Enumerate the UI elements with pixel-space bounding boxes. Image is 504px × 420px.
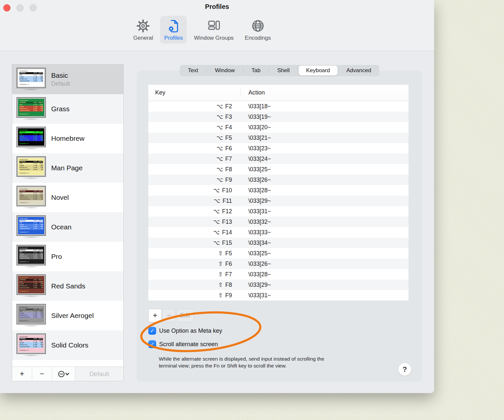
modifier-symbol: ⌥ [216,177,223,183]
row-option-f8[interactable]: ⌥F8 \033[25~ [148,164,409,175]
titlebar: Profiles General [0,0,434,51]
add-profile-button[interactable]: + [12,367,32,381]
tab-window[interactable]: Window [207,65,243,76]
profile-name: Ocean [51,223,72,231]
profile-item-basic[interactable]: Terminal#COMMAND%CPURPRVTtop4.1%231KXcod… [12,65,123,94]
set-default-button[interactable]: Default [75,367,123,381]
profiles-sidebar: Terminal#COMMAND%CPURPRVTtop4.1%231KXcod… [12,64,124,381]
profile-thumbnail: Terminal#COMMAND%CPURPRVTtop4.1%231KXcod… [16,274,46,295]
thumbnail-shadow [17,296,45,298]
row-option-f15[interactable]: ⌥F15 \033[34~ [148,238,409,248]
toolbar-item-window-groups[interactable]: Window Groups [190,16,238,44]
toolbar-item-general[interactable]: General [129,16,157,44]
profile-item-red-sands[interactable]: Terminal#COMMAND%CPURPRVTtop4.1%231KXcod… [12,271,123,301]
tab-tab[interactable]: Tab [243,65,269,76]
row-option-f11[interactable]: ⌥F11 \033[29~ [148,196,409,206]
row-option-f6[interactable]: ⌥F6 \033[23~ [148,143,409,154]
profile-thumbnail: Terminal#COMMAND%CPURPRVTtop4.1%231KXcod… [16,68,46,88]
row-option-f9[interactable]: ⌥F9 \033[26~ [148,175,409,185]
profile-item-silver-aerogel[interactable]: Terminal#COMMAND%CPURPRVTtop4.1%231KXcod… [12,301,123,330]
toolbar-label: Encodings [245,35,271,41]
scroll-alternate-screen-checkbox[interactable]: ✓ [148,340,156,348]
tab-keyboard[interactable]: Keyboard [299,66,338,75]
row-option-f7[interactable]: ⌥F7 \033[24~ [148,154,409,164]
row-option-f14[interactable]: ⌥F14 \033[33~ [148,227,409,238]
row-shift-f5[interactable]: ⇧F5 \033[25~ [148,248,409,259]
profile-name: Silver Aerogel [51,312,94,320]
action-value: \033[24~ [232,156,271,162]
modifier-symbol: ⇧ [218,261,223,267]
modifier-symbol: ⌥ [216,114,223,120]
key-name: F7 [225,156,232,162]
checkmark-icon: ✓ [150,328,154,334]
modifier-symbol: ⇧ [218,250,223,257]
tab-text[interactable]: Text [180,65,206,76]
thumbnail-shadow [17,355,45,357]
profile-name: Basic [51,72,70,79]
ellipsis-circle-chevron-icon [58,370,70,378]
modifier-symbol: ⌥ [213,219,220,225]
column-header-action: Action [248,89,265,96]
row-shift-f7[interactable]: ⇧F7 \033[28~ [148,269,409,280]
row-option-f13[interactable]: ⌥F13 \033[32~ [148,217,409,227]
profile-actions-menu-button[interactable] [52,367,75,381]
profile-item-novel[interactable]: Terminal#COMMAND%CPURPRVTtop4.1%231KXcod… [12,183,123,212]
row-option-f10[interactable]: ⌥F10 \033[28~ [148,185,409,196]
globe-icon [251,18,265,33]
profile-thumbnail: Terminal#COMMAND%CPURPRVTtop4.1%231KXcod… [16,304,46,325]
remove-profile-button[interactable]: − [32,367,52,381]
thumbnail-shadow [17,178,45,180]
row-option-f5[interactable]: ⌥F5 \033[21~ [148,133,409,143]
action-value: \033[21~ [232,135,271,141]
toolbar-label: General [133,35,153,41]
profile-name: Homebrew [51,135,85,142]
edit-mapping-button: Edit [177,309,194,322]
modifier-symbol: ⌥ [213,187,220,194]
modifier-symbol: ⌥ [216,166,223,173]
action-value: \033[28~ [232,187,271,194]
key-name: F8 [225,282,232,288]
remove-mapping-button: − [162,309,176,322]
toolbar-item-encodings[interactable]: Encodings [241,16,275,44]
profile-item-grass[interactable]: Terminal#COMMAND%CPURPRVTtop4.1%231KXcod… [12,94,123,124]
add-mapping-button[interactable]: + [148,309,162,322]
key-mappings-table: Key Action ⌥F2 \033[18~ ⌥F3 \033[19~ ⌥F4… [148,85,409,301]
modifier-symbol: ⇧ [218,271,223,278]
profile-thumbnail: Terminal#COMMAND%CPURPRVTtop4.1%231KXcod… [16,245,46,265]
profile-item-ocean[interactable]: Terminal#COMMAND%CPURPRVTtop4.1%231KXcod… [12,212,123,242]
action-value: \033[20~ [232,124,271,131]
profile-tabs: TextWindowTabShellKeyboardAdvanced [180,65,379,76]
action-value: \033[19~ [232,114,271,120]
key-name: F11 [222,198,232,204]
row-option-f3[interactable]: ⌥F3 \033[19~ [148,112,409,122]
row-shift-f9[interactable]: ⇧F9 \033[31~ [148,290,409,301]
toolbar-label: Profiles [164,35,183,41]
action-value: \033[26~ [232,177,271,183]
profile-item-solid-colors[interactable]: Terminal#COMMAND%CPURPRVTtop4.1%231KXcod… [12,330,123,360]
profile-item-man-page[interactable]: Terminal#COMMAND%CPURPRVTtop4.1%231KXcod… [12,153,123,183]
checkmark-icon: ✓ [150,341,154,347]
row-option-f2[interactable]: ⌥F2 \033[18~ [148,101,409,112]
row-option-f12[interactable]: ⌥F12 \033[31~ [148,206,409,217]
column-header-key: Key [148,89,165,96]
key-name: F8 [225,166,232,173]
toolbar-item-profiles[interactable]: Profiles [160,16,187,44]
use-option-as-meta-checkbox[interactable]: ✓ [148,327,156,335]
tab-shell[interactable]: Shell [269,65,298,76]
row-shift-f8[interactable]: ⇧F8 \033[29~ [148,280,409,290]
key-name: F4 [225,124,232,131]
tab-advanced[interactable]: Advanced [338,65,380,76]
row-option-f4[interactable]: ⌥F4 \033[20~ [148,122,409,133]
profile-item-pro[interactable]: Terminal#COMMAND%CPURPRVTtop4.1%231KXcod… [12,242,123,271]
row-shift-f6[interactable]: ⇧F6 \033[26~ [148,259,409,269]
profile-thumbnail: Terminal#COMMAND%CPURPRVTtop4.1%231KXcod… [16,97,46,118]
preferences-content: Terminal#COMMAND%CPURPRVTtop4.1%231KXcod… [0,51,434,393]
column-divider[interactable] [241,89,241,97]
help-button[interactable]: ? [398,363,411,376]
profile-thumbnail: Terminal#COMMAND%CPURPRVTtop4.1%231KXcod… [16,215,46,236]
action-value: \033[33~ [232,229,271,236]
profile-item-homebrew[interactable]: Terminal#COMMAND%CPURPRVTtop4.1%231KXcod… [12,124,123,153]
modifier-symbol: ⌥ [216,156,223,162]
alternate-screen-help-text: While the alternate screen is displayed,… [159,355,324,369]
window-title: Profiles [0,3,434,10]
